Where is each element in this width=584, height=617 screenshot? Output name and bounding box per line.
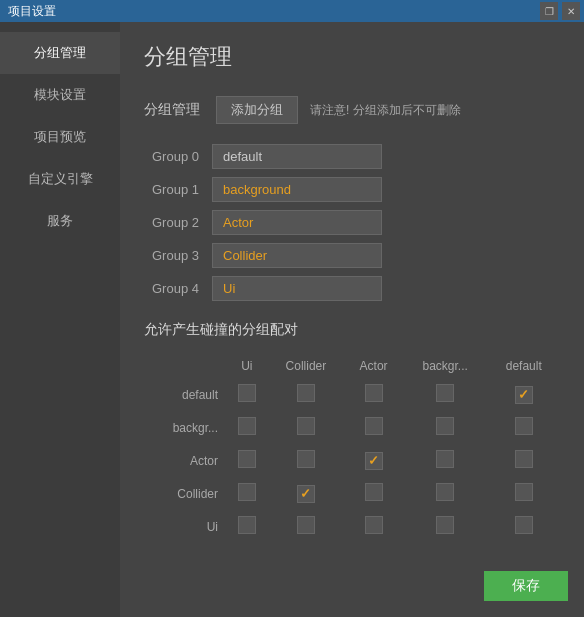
section-header-row: 分组管理 添加分组 请注意! 分组添加后不可删除 (144, 96, 560, 124)
add-group-button[interactable]: 添加分组 (216, 96, 298, 124)
row-label: Actor (146, 445, 226, 476)
checkbox[interactable] (238, 450, 256, 468)
collision-cell (268, 511, 345, 542)
group-input[interactable] (212, 177, 382, 202)
warning-text: 请注意! 分组添加后不可删除 (310, 102, 461, 119)
collision-cell: ✓ (268, 478, 345, 509)
group-label: Group 1 (152, 182, 212, 197)
checkbox[interactable] (238, 417, 256, 435)
row-label: Collider (146, 478, 226, 509)
checkbox[interactable] (515, 417, 533, 435)
collision-cell (346, 478, 401, 509)
collision-cell (489, 478, 558, 509)
row-label: default (146, 379, 226, 410)
page-title: 分组管理 (144, 42, 560, 72)
sidebar-item-label: 自定义引擎 (28, 171, 93, 186)
collision-cell: ✓ (489, 379, 558, 410)
group-input[interactable] (212, 144, 382, 169)
checkbox[interactable] (515, 450, 533, 468)
checkbox[interactable] (238, 516, 256, 534)
checkbox[interactable] (436, 417, 454, 435)
checkbox[interactable] (515, 516, 533, 534)
collision-cell (403, 511, 487, 542)
checkbox[interactable] (297, 384, 315, 402)
group-row: Group 2 (144, 210, 560, 235)
collision-cell (489, 412, 558, 443)
collision-cell (403, 379, 487, 410)
group-label: Group 4 (152, 281, 212, 296)
row-label: Ui (146, 511, 226, 542)
checkbox[interactable] (365, 417, 383, 435)
checkbox[interactable] (436, 384, 454, 402)
group-row: Group 3 (144, 243, 560, 268)
sidebar-item-service[interactable]: 服务 (0, 200, 120, 242)
col-header: Collider (268, 355, 345, 377)
table-row: Ui (146, 511, 558, 542)
collision-cell (268, 379, 345, 410)
collision-cell (403, 445, 487, 476)
collision-cell (403, 478, 487, 509)
group-input[interactable] (212, 243, 382, 268)
group-label: Group 3 (152, 248, 212, 263)
checkbox[interactable] (436, 483, 454, 501)
sidebar-item-custom-engine[interactable]: 自定义引擎 (0, 158, 120, 200)
checkbox[interactable] (436, 450, 454, 468)
main-content: 分组管理 分组管理 添加分组 请注意! 分组添加后不可删除 Group 0Gro… (120, 22, 584, 617)
checkbox[interactable]: ✓ (297, 485, 315, 503)
collision-cell (403, 412, 487, 443)
collision-cell (228, 478, 266, 509)
collision-cell (346, 412, 401, 443)
checkmark-icon: ✓ (368, 453, 379, 468)
collision-section-title: 允许产生碰撞的分组配对 (144, 321, 560, 339)
collision-cell (346, 379, 401, 410)
restore-button[interactable]: ❐ (540, 2, 558, 20)
checkbox[interactable] (238, 384, 256, 402)
top-bar: 项目设置 ❐ ✕ (0, 0, 584, 22)
collision-table-container: UiColliderActorbackgr...default default✓… (144, 353, 560, 544)
checkbox[interactable] (436, 516, 454, 534)
checkbox[interactable] (515, 483, 533, 501)
collision-cell (228, 445, 266, 476)
checkbox[interactable] (297, 516, 315, 534)
group-list: Group 0Group 1Group 2Group 3Group 4 (144, 144, 560, 301)
collision-cell (228, 379, 266, 410)
col-header: default (489, 355, 558, 377)
top-bar-controls: ❐ ✕ (540, 2, 580, 20)
sidebar-item-group-mgmt[interactable]: 分组管理 (0, 32, 120, 74)
group-input[interactable] (212, 210, 382, 235)
sidebar-item-project-preview[interactable]: 项目预览 (0, 116, 120, 158)
collision-cell (489, 511, 558, 542)
col-header: backgr... (403, 355, 487, 377)
close-button[interactable]: ✕ (562, 2, 580, 20)
checkbox[interactable] (365, 384, 383, 402)
collision-cell (228, 511, 266, 542)
collision-cell (268, 445, 345, 476)
group-input[interactable] (212, 276, 382, 301)
sidebar: 分组管理 模块设置 项目预览 自定义引擎 服务 (0, 22, 120, 617)
collision-cell: ✓ (346, 445, 401, 476)
sidebar-item-label: 模块设置 (34, 87, 86, 102)
collision-cell (346, 511, 401, 542)
sidebar-item-label: 分组管理 (34, 45, 86, 60)
checkbox[interactable] (365, 516, 383, 534)
group-label: Group 0 (152, 149, 212, 164)
checkbox[interactable] (297, 450, 315, 468)
checkbox[interactable] (365, 483, 383, 501)
checkbox[interactable] (238, 483, 256, 501)
layout: 分组管理 模块设置 项目预览 自定义引擎 服务 分组管理 分组管理 添加分组 请… (0, 22, 584, 617)
save-button[interactable]: 保存 (484, 571, 568, 601)
save-btn-container: 保存 (484, 571, 568, 601)
checkbox[interactable]: ✓ (365, 452, 383, 470)
sidebar-item-label: 服务 (47, 213, 73, 228)
group-row: Group 1 (144, 177, 560, 202)
table-row: default✓ (146, 379, 558, 410)
checkbox[interactable] (297, 417, 315, 435)
checkmark-icon: ✓ (518, 387, 529, 402)
sidebar-item-module-settings[interactable]: 模块设置 (0, 74, 120, 116)
checkbox[interactable]: ✓ (515, 386, 533, 404)
group-label: Group 2 (152, 215, 212, 230)
table-row: backgr... (146, 412, 558, 443)
group-row: Group 0 (144, 144, 560, 169)
collision-cell (489, 445, 558, 476)
collision-table: UiColliderActorbackgr...default default✓… (144, 353, 560, 544)
